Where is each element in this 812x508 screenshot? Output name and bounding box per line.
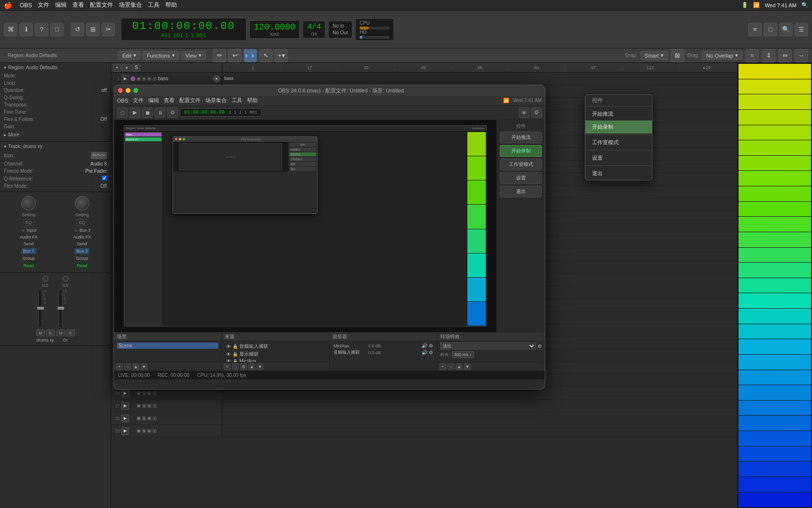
track-r-29[interactable]: R bbox=[147, 429, 151, 433]
toolbar-mixer-btn[interactable]: ≡ bbox=[748, 23, 762, 36]
obs-tool-3[interactable]: ⏹ bbox=[142, 107, 153, 118]
mixer-settings-icon-1[interactable]: ⚙ bbox=[429, 350, 433, 355]
eq-right-btn[interactable]: EQ bbox=[76, 219, 87, 226]
track-icon-wave[interactable]: 〜〜〜 bbox=[91, 152, 107, 159]
level2-btn[interactable]: ⇕ bbox=[762, 49, 775, 62]
track-i-29[interactable]: I bbox=[153, 429, 157, 433]
track-region-1[interactable]: bass bbox=[222, 74, 691, 83]
send-right[interactable]: Send bbox=[77, 241, 87, 246]
audiofx-left[interactable]: Audio FX bbox=[20, 235, 38, 239]
knob-left[interactable] bbox=[21, 196, 36, 210]
track-m-28[interactable]: M bbox=[137, 417, 141, 420]
fader-handle-right[interactable] bbox=[58, 307, 64, 310]
fader-handle-left[interactable] bbox=[37, 307, 44, 310]
track-i-26[interactable]: I bbox=[153, 391, 157, 395]
toolbar-pointer-btn[interactable]: ↩ bbox=[228, 49, 242, 62]
obs-preview-btn[interactable]: 👁 bbox=[519, 107, 529, 118]
track-content-1[interactable]: bass bbox=[222, 73, 737, 85]
mixer-settings-icon-0[interactable]: ⚙ bbox=[429, 343, 433, 348]
track-arrow-26[interactable]: ▶ bbox=[121, 389, 129, 397]
snap-dropdown[interactable]: Smart bbox=[640, 51, 668, 60]
obs-settings-btn-panel[interactable]: 设置 bbox=[500, 172, 542, 184]
obs-scene-add-btn[interactable]: + bbox=[116, 363, 123, 370]
obs-scene-up-btn[interactable]: ▲ bbox=[132, 363, 139, 370]
menu-config[interactable]: 配置文件 bbox=[90, 1, 113, 9]
obs-trans-remove-btn[interactable]: − bbox=[448, 363, 454, 370]
tempo-display[interactable]: 120.0000 KHZ bbox=[249, 20, 300, 39]
zoom-btn[interactable]: ↔ bbox=[795, 49, 808, 62]
track-s-27[interactable]: S bbox=[142, 404, 146, 408]
mixer-vol-icon-0[interactable]: 🔊 bbox=[421, 343, 427, 348]
pan-knob-left[interactable] bbox=[43, 276, 48, 282]
toolbar-info-btn[interactable]: ℹ bbox=[19, 23, 33, 36]
tracks-icon[interactable]: ≡ bbox=[122, 64, 131, 72]
obs-source-add-btn[interactable]: + bbox=[224, 363, 231, 370]
obs-studio-mode-btn[interactable]: 工作室模式 bbox=[500, 159, 542, 170]
bus3-right[interactable]: Bus 3 bbox=[74, 248, 89, 254]
menu-obs[interactable]: OBS bbox=[20, 2, 32, 9]
track-s-1[interactable]: S bbox=[142, 77, 146, 81]
obs-min-btn[interactable] bbox=[126, 88, 130, 93]
obs-tool-5[interactable]: ⚙ bbox=[167, 107, 178, 118]
toolbar-power-btn[interactable]: ⌘ bbox=[4, 23, 17, 36]
obs-source-item-2[interactable]: 👁 🔒 Mic/Aux bbox=[225, 358, 326, 362]
track-m-1[interactable]: M bbox=[137, 77, 141, 81]
track-arrow-1[interactable]: ▶ bbox=[121, 75, 129, 83]
menu-scene-collection[interactable]: 场景集合 bbox=[119, 1, 142, 9]
toolbar-cursor-btn[interactable]: ↖ bbox=[259, 49, 273, 62]
search-icon[interactable]: 🔍 bbox=[801, 2, 808, 8]
add-track-btn[interactable]: + bbox=[113, 64, 121, 72]
obs-menu-file[interactable]: 文件 bbox=[133, 97, 144, 104]
send-left[interactable]: Send bbox=[24, 241, 34, 246]
obs-scene-down-btn[interactable]: ▼ bbox=[141, 363, 147, 370]
context-start-record[interactable]: 开始录制 bbox=[585, 120, 652, 134]
menu-view[interactable]: 查看 bbox=[72, 1, 84, 9]
apple-menu[interactable]: 🍎 bbox=[4, 1, 12, 9]
timesig-display[interactable]: 4/4 /16 bbox=[303, 21, 325, 38]
obs-close-btn[interactable] bbox=[118, 88, 123, 93]
region-header[interactable]: Region: Audio Defaults bbox=[4, 65, 107, 70]
track-r-27[interactable]: R bbox=[147, 404, 151, 408]
group-left[interactable]: Group bbox=[23, 256, 35, 261]
obs-menu-scene-coll[interactable]: 场景集合 bbox=[205, 97, 227, 104]
transition-settings-btn[interactable]: ⚙ bbox=[537, 344, 542, 349]
list-icon[interactable]: S bbox=[132, 64, 140, 72]
obs-trans-up-btn[interactable]: ▲ bbox=[456, 363, 463, 370]
track-r-28[interactable]: R bbox=[147, 417, 151, 420]
input-right[interactable]: ○ Bus 3 bbox=[73, 228, 90, 233]
m-btn-left[interactable]: M bbox=[36, 329, 45, 336]
track-s-29[interactable]: S bbox=[142, 429, 146, 433]
obs-tool-2[interactable]: ▶ bbox=[130, 107, 140, 118]
expand-btn[interactable]: ⇔ bbox=[778, 49, 792, 62]
obs-source-down-btn[interactable]: ▼ bbox=[257, 363, 263, 370]
obs-max-btn[interactable] bbox=[133, 88, 138, 93]
mixer-vol-icon-1[interactable]: 🔊 bbox=[421, 350, 427, 355]
menu-tools[interactable]: 工具 bbox=[148, 1, 160, 9]
duration-input[interactable]: 300 ms ▾ bbox=[452, 351, 475, 358]
track-s-28[interactable]: S bbox=[142, 417, 146, 420]
more-toggle[interactable]: More bbox=[4, 132, 107, 137]
obs-source-remove-btn[interactable]: − bbox=[232, 363, 239, 370]
track-m-29[interactable]: M bbox=[137, 429, 141, 433]
toolbar-snap-btn[interactable]: ⊞ bbox=[86, 23, 100, 36]
obs-scene-remove-btn[interactable]: − bbox=[124, 363, 131, 370]
audiofx-right[interactable]: Audio FX bbox=[73, 235, 91, 239]
toolbar-loop-btn[interactable]: 🔍 bbox=[779, 23, 793, 36]
context-settings[interactable]: 设置 bbox=[585, 151, 652, 164]
obs-trans-down-btn[interactable]: ▼ bbox=[464, 363, 471, 370]
context-exit[interactable]: 退出 bbox=[585, 167, 652, 180]
track-s-26[interactable]: S bbox=[142, 391, 146, 395]
menu-file[interactable]: 文件 bbox=[38, 1, 49, 9]
obs-start-stream-btn[interactable]: 开始推流 bbox=[500, 132, 542, 143]
obs-trans-add-btn[interactable]: + bbox=[439, 363, 446, 370]
m-btn-right[interactable]: M bbox=[57, 329, 65, 336]
s-btn-left[interactable]: S bbox=[46, 329, 55, 336]
track-arrow-27[interactable]: ▶ bbox=[121, 402, 129, 410]
knob-right[interactable] bbox=[75, 196, 89, 210]
s-btn-right[interactable]: S bbox=[66, 329, 75, 336]
obs-menu-help[interactable]: 帮助 bbox=[247, 97, 258, 104]
toolbar-flex-btn[interactable]: ☰ bbox=[795, 23, 808, 36]
toolbar-help-btn[interactable]: ? bbox=[35, 23, 48, 36]
functions-dropdown[interactable]: Functions bbox=[143, 51, 179, 60]
qref-checkbox[interactable] bbox=[102, 176, 107, 180]
